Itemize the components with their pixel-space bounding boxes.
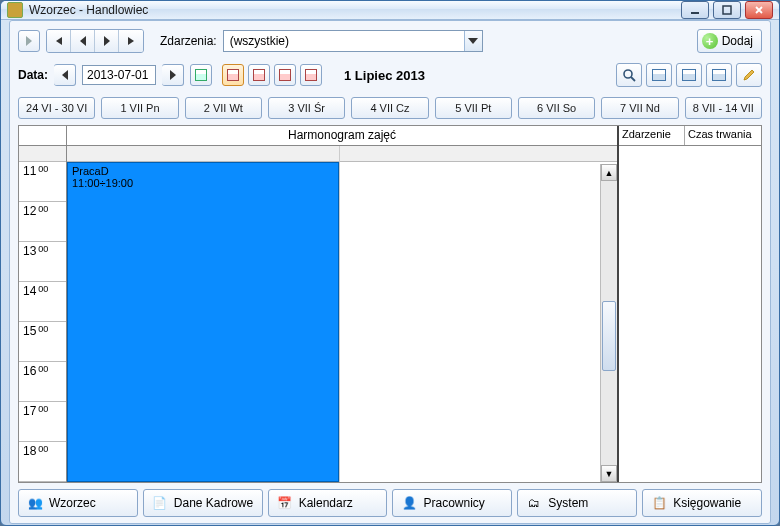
view-workweek-button[interactable] [248,64,270,86]
day-sat[interactable]: 6 VII So [518,97,595,119]
nav-prev-button[interactable] [71,30,95,52]
right-tool-group [616,63,762,87]
svg-rect-0 [691,12,699,14]
app-window: Wzorzec - Handlowiec Zdarzenia: (wszystk… [0,0,780,526]
day-wed[interactable]: 3 VII Śr [268,97,345,119]
pencil-icon [742,68,756,82]
calendar-icon [279,69,291,81]
tab-kalendarz[interactable]: 📅Kalendarz [268,489,388,517]
app-icon [7,2,23,18]
nav-last-button[interactable] [119,30,143,52]
tab-pracownicy[interactable]: 👤Pracownicy [392,489,512,517]
time-row: 1600 [19,362,66,402]
calendar-icon [227,69,239,81]
date-input[interactable]: 2013-07-01 [82,65,156,85]
day-prev-week[interactable]: 24 VI - 30 VI [18,97,95,119]
people-icon: 👥 [27,495,43,511]
side-panel: Zdarzenie Czas trwania [619,126,761,482]
date-picker-button[interactable] [190,64,212,86]
events-label: Zdarzenia: [160,34,217,48]
record-nav [46,29,144,53]
toolbar-row-1: Zdarzenia: (wszystkie) + Dodaj [18,27,762,55]
day-next-week[interactable]: 8 VII - 14 VII [685,97,762,119]
view-day-button[interactable] [222,64,244,86]
view-mode-group [222,64,322,86]
day-sun[interactable]: 7 VII Nd [601,97,678,119]
view-week-button[interactable] [274,64,296,86]
day-column[interactable]: PracaD 11:00÷19:00 [67,146,617,482]
side-col-event[interactable]: Zdarzenie [619,126,685,145]
time-row: 1100 [19,162,66,202]
titlebar: Wzorzec - Handlowiec [1,1,779,20]
content-area: Harmonogram zajęć 1100 1200 1300 1400 15… [18,125,762,483]
time-column: 1100 1200 1300 1400 1500 1600 1700 1800 [19,146,67,482]
add-button-label: Dodaj [722,34,753,48]
search-button[interactable] [616,63,642,87]
schedule-header: Harmonogram zajęć [19,126,617,146]
day-thu[interactable]: 4 VII Cz [351,97,428,119]
plus-icon: + [702,33,718,49]
run-button[interactable] [18,30,40,52]
minimize-button[interactable] [681,1,709,19]
date-prev-button[interactable] [54,64,76,86]
date-label: Data: [18,68,48,82]
side-header: Zdarzenie Czas trwania [619,126,761,146]
tree-icon: 🗂 [526,495,542,511]
tool-button-2[interactable] [676,63,702,87]
tab-ksiegowanie[interactable]: 📋Księgowanie [642,489,762,517]
calendar-icon [712,69,726,81]
document-icon: 📄 [152,495,168,511]
scroll-down-button[interactable]: ▼ [601,465,617,482]
vertical-scrollbar[interactable]: ▲ ▼ [600,164,617,482]
day-mon[interactable]: 1 VII Pn [101,97,178,119]
nav-next-button[interactable] [95,30,119,52]
events-combo[interactable]: (wszystkie) [223,30,483,52]
time-row: 1300 [19,242,66,282]
time-row: 1200 [19,202,66,242]
displayed-date: 1 Lipiec 2013 [344,68,425,83]
events-combo-dropdown[interactable] [464,31,482,51]
nav-first-button[interactable] [47,30,71,52]
maximize-button[interactable] [713,1,741,19]
time-row: 1500 [19,322,66,362]
tool-icon [652,69,666,81]
events-combo-value: (wszystkie) [224,34,464,48]
side-col-duration[interactable]: Czas trwania [685,126,761,145]
scroll-thumb[interactable] [602,301,616,371]
window-controls [681,1,773,19]
time-row: 1800 [19,442,66,482]
calendar-icon [305,69,317,81]
time-row: 1400 [19,282,66,322]
close-button[interactable] [745,1,773,19]
day-strip: 24 VI - 30 VI 1 VII Pn 2 VII Wt 3 VII Śr… [18,97,762,119]
side-body [619,146,761,482]
view-month-button[interactable] [300,64,322,86]
date-next-button[interactable] [162,64,184,86]
window-title: Wzorzec - Handlowiec [29,3,148,17]
svg-rect-1 [723,6,731,14]
appointment-block[interactable]: PracaD 11:00÷19:00 [67,162,339,482]
appointment-time: 11:00÷19:00 [72,177,334,189]
svg-point-2 [624,70,632,78]
scroll-track[interactable] [601,181,617,465]
search-icon [622,68,636,82]
day-fri[interactable]: 5 VII Pt [435,97,512,119]
client-area: Zdarzenia: (wszystkie) + Dodaj Data: 201… [9,20,771,524]
calendar-icon: 📅 [277,495,293,511]
edit-button[interactable] [736,63,762,87]
tab-dane-kadrowe[interactable]: 📄Dane Kadrowe [143,489,263,517]
calendar-icon [253,69,265,81]
schedule-panel: Harmonogram zajęć 1100 1200 1300 1400 15… [19,126,619,482]
scroll-up-button[interactable]: ▲ [601,164,617,181]
tool-button-3[interactable] [706,63,732,87]
toolbar-row-2: Data: 2013-07-01 1 Lipiec 2013 [18,61,762,89]
tool-button-1[interactable] [646,63,672,87]
tool-icon [682,69,696,81]
tab-wzorzec[interactable]: 👥Wzorzec [18,489,138,517]
add-button[interactable]: + Dodaj [697,29,762,53]
time-row: 1700 [19,402,66,442]
tab-system[interactable]: 🗂System [517,489,637,517]
appointment-title: PracaD [72,165,334,177]
day-tue[interactable]: 2 VII Wt [185,97,262,119]
person-icon: 👤 [401,495,417,511]
